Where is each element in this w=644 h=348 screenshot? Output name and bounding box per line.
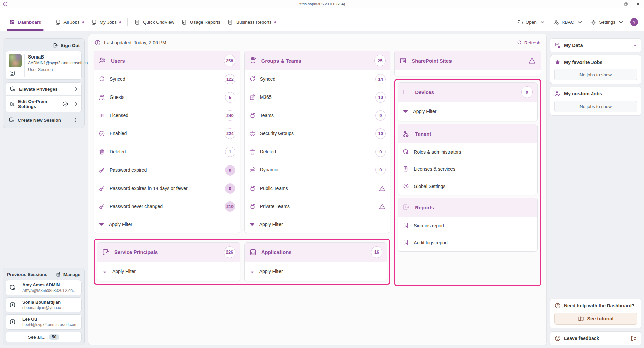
service-principals-card-header[interactable]: Service Principals 226 [97,243,240,262]
sharepoint-sites-card: SharePoint Sites [394,51,541,76]
session-actions: Elevate Privileges Edit On-Prem Settings [6,82,82,112]
tab-usage-reports[interactable]: Usage Reports [178,13,224,31]
global-settings-row[interactable]: Global Settings [398,178,537,195]
edit-onprem-settings-button[interactable]: Edit On-Prem Settings [6,95,81,112]
devices-count-badge: 0 [521,86,533,98]
rbac-icon [553,19,559,25]
row-label: Deleted [260,149,276,154]
users-synced-row[interactable]: Synced 122 [94,70,240,88]
groups-card-header[interactable]: Groups & Teams 25 [245,51,390,70]
signins-report-row[interactable]: Sign-ins report [398,217,537,234]
warning-icon[interactable] [379,203,386,210]
restore-button[interactable] [620,0,632,8]
minimize-button[interactable] [608,0,620,8]
users-apply-filter-button[interactable]: Apply Filter [94,216,240,233]
jobs-stack-icon [55,19,61,25]
applications-card-header[interactable]: Applications 16 [245,243,387,262]
users-licensed-row[interactable]: Licensed 240 [94,106,240,124]
refresh-icon [517,40,522,45]
tab-quick-gridview[interactable]: Quick GridView [131,13,178,31]
tenant-card: Tenant Roles & administrators Licenses &… [398,124,538,195]
service-principals-count-badge: 226 [224,246,235,258]
users-card: Users 258 Synced 122 Guests 5 Licensed 2… [94,51,240,233]
row-label: Private Teams [260,204,290,209]
sharepoint-card-header[interactable]: SharePoint Sites [395,51,541,70]
groups-teams-row[interactable]: Teams 9 [245,106,390,124]
applications-title: Applications [261,249,292,255]
highlight-box-service-principals-applications: Service Principals 226 Apply Filter Appl… [94,239,390,285]
open-menu-button[interactable]: Open [514,13,549,31]
groups-m365-row[interactable]: M365 10 [245,88,390,106]
count-badge: 10 [375,128,386,139]
see-all-sessions-button[interactable]: See all... 50 [6,332,82,342]
count-badge: 0 [225,165,235,176]
previous-session-item[interactable]: Lee Gu LeeG@sygx2.onmicrosoft.com [6,314,82,330]
refresh-button[interactable]: Refresh [517,40,540,45]
warning-icon[interactable] [379,185,386,192]
filter-icon [402,108,409,115]
see-tutorial-button[interactable]: See tutorial [554,313,637,325]
previous-session-item[interactable]: Amy Ames ADMIN AmyA@M365x85832012.onmicr… [6,280,82,295]
devices-card-header[interactable]: Devices 0 [398,83,537,102]
groups-dynamic-row[interactable]: Dynamic 0 [245,161,390,179]
users-deleted-row[interactable]: Deleted 1 [94,143,240,161]
elevate-privileges-button[interactable]: Elevate Privileges [6,83,81,95]
licenses-services-row[interactable]: Licenses & services [398,160,537,178]
trash-icon [249,148,256,155]
password-never-changed-row[interactable]: Password never changed 219 [94,197,240,216]
chevron-down-icon[interactable] [633,43,637,48]
row-label: Security Groups [260,131,294,136]
row-label: M365 [260,94,272,100]
my-data-card[interactable]: My Data [550,38,641,52]
map-icon [578,316,584,322]
settings-menu-button[interactable]: Settings [587,13,628,31]
info-icon[interactable] [94,39,101,46]
leave-feedback-label: Leave feedback [564,336,599,341]
tenant-card-header[interactable]: Tenant [398,124,537,143]
password-expires-14-row[interactable]: Password expires in 14 days or fewer 0 [94,179,240,197]
right-sidebar: My Data My favorite Jobs No jobs to show… [550,34,641,345]
service-principals-apply-filter-button[interactable]: Apply Filter [97,262,240,281]
rbac-menu-button[interactable]: RBAC [550,13,587,31]
reports-icon [402,203,411,211]
card-body-empty [395,70,541,76]
audit-logs-report-row[interactable]: Audit logs report [398,234,537,251]
row-label: Sign-ins report [414,223,444,228]
session-email: sbounardjian@ytria.io [22,305,61,310]
devices-card: Devices 0 Apply Filter [398,82,538,121]
warning-icon[interactable] [528,56,536,65]
create-new-session-button[interactable]: Create New Session [6,112,82,125]
password-expired-row[interactable]: Password expired 0 [94,161,240,179]
private-teams-row[interactable]: Private Teams [245,197,390,216]
sign-out-button[interactable]: Sign Out [6,41,82,51]
help-button[interactable]: ? [630,18,638,26]
groups-apply-filter-button[interactable]: Apply Filter [245,216,390,233]
service-principals-title: Service Principals [114,249,158,255]
reports-card-header[interactable]: Reports [398,198,537,217]
users-enabled-row[interactable]: Enabled 224 [94,124,240,143]
public-teams-row[interactable]: Public Teams [245,179,390,197]
tab-all-jobs[interactable]: All Jobs [51,13,87,31]
security-groups-row[interactable]: Security Groups 10 [245,124,390,143]
tab-business-reports[interactable]: Business Reports [224,13,280,31]
filter-icon [249,268,255,274]
kebab-menu-icon[interactable] [72,117,79,123]
roles-administrators-row[interactable]: Roles & administrators [398,143,537,160]
tab-dashboard[interactable]: Dashboard [5,13,45,31]
groups-deleted-row[interactable]: Deleted 0 [245,143,390,161]
session-type-label: User Session [28,67,79,72]
tab-my-jobs[interactable]: My Jobs [87,13,124,31]
manage-sessions-button[interactable]: Manage [56,272,80,277]
applications-apply-filter-button[interactable]: Apply Filter [245,262,387,281]
leave-feedback-card[interactable]: Leave feedback [550,331,641,345]
users-guests-row[interactable]: Guests 5 [94,88,240,106]
favorite-jobs-empty-state: No jobs to show [554,69,637,80]
close-button[interactable] [632,0,644,8]
left-sidebar: Sign Out SoniaB AADMIN1@sygx2.onmicrosof… [3,34,85,345]
row-label: Licenses & services [414,166,455,172]
previous-session-item[interactable]: Sonia Bounardjian sbounardjian@ytria.io [6,297,82,312]
tab-quick-gridview-label: Quick GridView [143,20,174,25]
users-card-header[interactable]: Users 258 [94,51,240,70]
devices-apply-filter-button[interactable]: Apply Filter [398,102,537,121]
groups-synced-row[interactable]: Synced 14 [245,70,390,88]
